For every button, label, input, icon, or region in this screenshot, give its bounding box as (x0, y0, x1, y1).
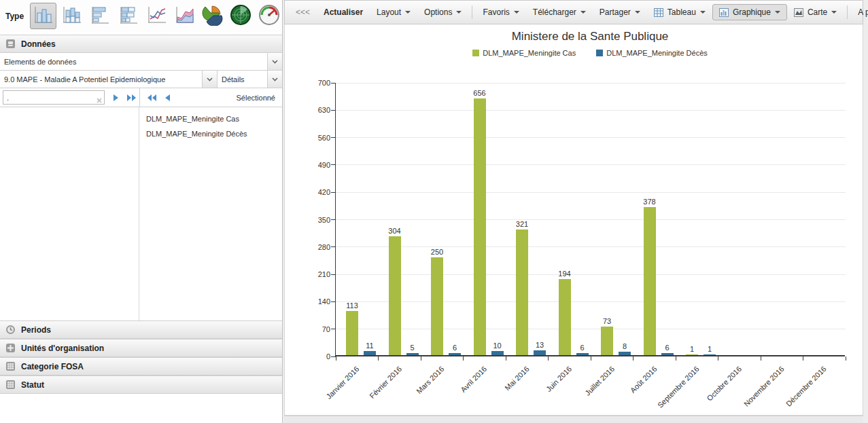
radar-chart-icon (230, 4, 251, 29)
legend-item[interactable]: DLM_MAPE_Meningite Décès (596, 49, 708, 57)
selected-item[interactable]: DLM_MAPE_Meningite Cas (146, 111, 282, 126)
chart-type-radar-button[interactable] (228, 3, 254, 29)
x-axis-label: Novembre 2016 (742, 365, 786, 408)
legend-swatch-icon (596, 50, 603, 56)
chevron-down-icon[interactable] (267, 53, 282, 70)
tableau-toggle[interactable]: Tableau (647, 4, 712, 20)
carte-toggle[interactable]: Carte (787, 4, 844, 20)
y-axis-tick (331, 301, 336, 302)
layout-menu[interactable]: Layout (370, 4, 417, 20)
chart-bar (474, 98, 486, 355)
clear-search-icon[interactable] (97, 94, 102, 106)
org-unit-icon (5, 343, 16, 353)
chart-type-line-button[interactable] (143, 3, 169, 29)
move-selected-right-icon[interactable] (109, 92, 123, 104)
a-propos-menu[interactable]: A propos (851, 4, 868, 20)
x-axis-label: Octobre 2016 (706, 365, 744, 403)
clock-icon (5, 325, 16, 335)
bar-value-label: 6 (653, 344, 682, 352)
chart-bar (516, 229, 528, 355)
chart-type-pie-button[interactable] (199, 3, 226, 29)
gridline (336, 329, 846, 329)
collapse-panel-button[interactable]: <<< (289, 4, 317, 20)
x-axis-tick (591, 356, 591, 361)
chart-bar (491, 351, 504, 355)
caret-down-icon (580, 11, 586, 14)
x-axis-label: Mars 2016 (415, 365, 445, 395)
data-type-select[interactable]: Elements de données (0, 53, 282, 70)
chart-bar (576, 353, 589, 355)
graphique-toggle[interactable]: Graphique (712, 4, 787, 20)
data-dimension-row: Elements de données (0, 53, 282, 71)
data-group-row: 9.0 MAPE - Maladie A Potentiel Epidemiol… (0, 71, 282, 88)
chart-type-column-button[interactable] (30, 3, 56, 29)
y-axis-label: 630 (298, 106, 330, 114)
y-axis-label: 490 (298, 161, 330, 169)
y-axis-tick (331, 274, 336, 275)
y-axis-tick (331, 83, 336, 84)
x-axis-label: Janvier 2016 (325, 365, 361, 401)
accordion-header-statut[interactable]: Statut (0, 375, 282, 394)
chart-type-gauge-button[interactable] (256, 3, 283, 29)
gridline (336, 301, 846, 302)
available-items-list[interactable] (0, 107, 139, 320)
type-label: Type (5, 12, 24, 21)
chart-bar (644, 207, 656, 355)
x-axis-tick (463, 356, 464, 361)
caret-down-icon (635, 11, 640, 14)
chevron-down-icon[interactable] (267, 71, 282, 88)
actualiser-button[interactable]: Actualiser (317, 4, 370, 20)
chart-type-stacked-column-button[interactable] (58, 3, 85, 29)
y-axis-label: 420 (298, 188, 330, 196)
details-select[interactable]: Détails (217, 71, 282, 88)
y-axis-tick (331, 110, 336, 111)
chart-title: Ministere de la Sante Publique (335, 30, 845, 43)
chart-type-toolbar: Type (0, 0, 282, 32)
move-all-left-icon[interactable] (143, 92, 160, 104)
x-axis-label: Juin 2016 (544, 365, 573, 393)
x-axis-label: Juillet 2016 (583, 365, 616, 397)
partager-menu[interactable]: Partager (593, 4, 647, 20)
chart-panel: Ministere de la Sante Publique DLM_MAPE_… (284, 24, 863, 416)
selected-label: Sélectionné (237, 94, 276, 102)
x-axis-label: Février 2016 (368, 365, 403, 400)
chart-bar (661, 353, 674, 355)
selected-item[interactable]: DLM_MAPE_Meningite Décès (146, 126, 282, 141)
donnees-header-label: Données (21, 39, 56, 49)
accordion-header-org-units[interactable]: Unités d'organisation (0, 339, 282, 357)
y-axis-tick (331, 164, 336, 165)
x-axis-tick (676, 356, 676, 361)
chart-type-stacked-bar-button[interactable] (115, 3, 141, 29)
legend-item[interactable]: DLM_MAPE_Meningite Cas (472, 49, 576, 57)
favoris-menu[interactable]: Favoris (476, 4, 525, 20)
accordion-header-categorie-fosa[interactable]: Categorie FOSA (0, 357, 282, 375)
chart-type-bar-button[interactable] (86, 3, 113, 29)
options-menu[interactable]: Options (417, 4, 468, 20)
accordion-header-donnees[interactable]: Données (0, 35, 282, 53)
bar-value-label: 656 (465, 89, 495, 97)
search-input[interactable] (3, 90, 105, 105)
data-group-select[interactable]: 9.0 MAPE - Maladie A Potentiel Epidemiol… (0, 71, 217, 88)
move-selected-left-icon[interactable] (160, 92, 175, 104)
right-panel: <<< Actualiser Layout Options Favoris Té… (284, 0, 863, 423)
telecharger-menu[interactable]: Télécharger (526, 4, 593, 20)
chart-legend: DLM_MAPE_Meningite CasDLM_MAPE_Meningite… (335, 49, 845, 57)
bar-value-label: 6 (440, 344, 470, 352)
x-axis-tick (761, 356, 761, 361)
chart-type-area-button[interactable] (171, 3, 198, 29)
move-all-right-icon[interactable] (123, 92, 141, 104)
x-axis-tick (548, 356, 549, 361)
dual-list: DLM_MAPE_Meningite Cas DLM_MAPE_Meningit… (0, 107, 282, 320)
data-type-select-value: Elements de données (0, 58, 267, 66)
data-visualizer-app: Type (0, 0, 868, 423)
caret-down-icon (456, 11, 462, 14)
caret-down-icon (405, 11, 411, 14)
chart-bar (449, 353, 461, 355)
chart-bar (619, 352, 631, 355)
chevron-down-icon[interactable] (202, 71, 217, 88)
y-axis-label: 350 (298, 216, 330, 224)
chart-bar (686, 354, 698, 355)
accordion-header-periods[interactable]: Periods (0, 320, 282, 339)
sidebar-filler (0, 394, 282, 423)
selected-controls: Sélectionné (139, 88, 282, 107)
